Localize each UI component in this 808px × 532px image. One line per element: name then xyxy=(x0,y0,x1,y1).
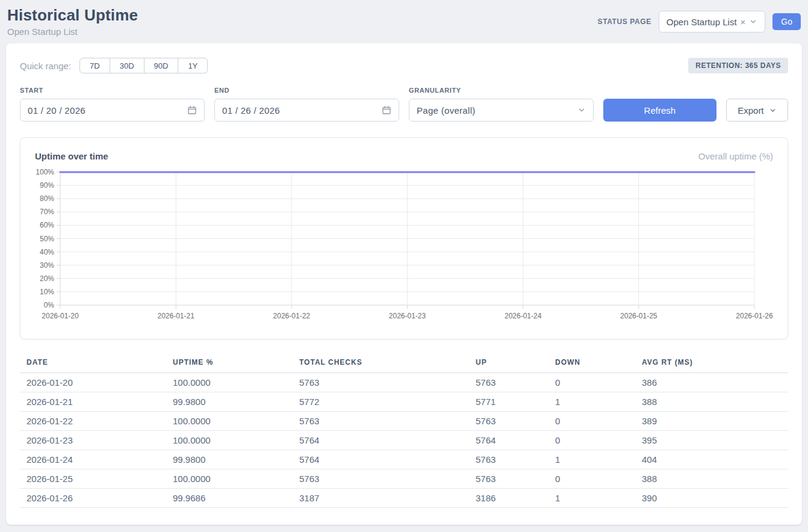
svg-text:20%: 20% xyxy=(40,274,54,283)
table-cell: 5763 xyxy=(469,373,549,392)
column-header: UPTIME % xyxy=(166,354,293,373)
quick-range-group: 7D30D90D1Y xyxy=(79,58,208,73)
column-header: UP xyxy=(469,354,549,373)
table-cell: 100.0000 xyxy=(166,469,293,489)
table-cell: 386 xyxy=(635,373,788,392)
table-cell: 99.9686 xyxy=(166,489,293,508)
column-header: DATE xyxy=(20,354,166,373)
svg-text:30%: 30% xyxy=(40,261,54,270)
svg-text:2026-01-22: 2026-01-22 xyxy=(273,312,311,320)
granularity-field: GRANULARITY Page (overall) xyxy=(409,87,594,122)
svg-text:0%: 0% xyxy=(44,301,55,309)
table-cell: 389 xyxy=(635,412,788,431)
table-cell: 395 xyxy=(635,431,788,450)
table-cell: 1 xyxy=(549,450,635,469)
refresh-button[interactable]: Refresh xyxy=(603,99,716,122)
table-cell: 388 xyxy=(635,392,788,412)
table-cell: 1 xyxy=(549,489,635,508)
historical-uptime-page: Historical Uptime Open Startup List STAT… xyxy=(0,0,808,532)
table-body: 2026-01-20100.00005763576303862026-01-21… xyxy=(20,373,788,508)
start-date-value: 01 / 20 / 2026 xyxy=(28,105,187,116)
table-cell: 3187 xyxy=(293,489,469,508)
end-date-input[interactable]: 01 / 26 / 2026 xyxy=(214,99,399,122)
column-header: DOWN xyxy=(549,354,635,373)
page-title: Historical Uptime xyxy=(7,6,138,25)
svg-text:2026-01-20: 2026-01-20 xyxy=(42,312,79,320)
uptime-table: DATEUPTIME %TOTAL CHECKSUPDOWNAVG RT (MS… xyxy=(20,354,788,508)
end-date-value: 01 / 26 / 2026 xyxy=(222,105,382,116)
svg-text:90%: 90% xyxy=(40,181,54,190)
table-cell: 100.0000 xyxy=(166,431,293,450)
table-cell: 2026-01-20 xyxy=(20,373,166,392)
svg-text:2026-01-25: 2026-01-25 xyxy=(620,312,657,320)
calendar-icon[interactable] xyxy=(382,105,391,115)
chart-legend: Overall uptime (%) xyxy=(698,151,773,161)
export-button[interactable]: Export xyxy=(726,99,788,122)
table-cell: 5764 xyxy=(293,431,469,450)
chevron-down-icon xyxy=(769,107,777,114)
svg-text:2026-01-24: 2026-01-24 xyxy=(505,312,542,320)
retention-badge: RETENTION: 365 DAYS xyxy=(688,58,788,73)
header-actions: STATUS PAGE Open Startup List × Go xyxy=(598,11,801,32)
table-cell: 0 xyxy=(549,412,635,431)
status-page-select-value: Open Startup List xyxy=(667,17,737,27)
table-row: 2026-01-23100.0000576457640395 xyxy=(20,431,788,450)
go-button[interactable]: Go xyxy=(772,13,801,30)
table-row: 2026-01-20100.0000576357630386 xyxy=(20,373,788,392)
column-header: TOTAL CHECKS xyxy=(293,354,469,373)
table-cell: 99.9800 xyxy=(166,450,293,469)
table-row: 2026-01-22100.0000576357630389 xyxy=(20,412,788,431)
chart-header: Uptime over time Overall uptime (%) xyxy=(20,151,788,161)
table-cell: 5763 xyxy=(469,469,549,489)
table-cell: 1 xyxy=(549,392,635,412)
table-header-row: DATEUPTIME %TOTAL CHECKSUPDOWNAVG RT (MS… xyxy=(20,354,788,373)
table-cell: 388 xyxy=(635,469,788,489)
start-date-input[interactable]: 01 / 20 / 2026 xyxy=(20,99,205,122)
granularity-select[interactable]: Page (overall) xyxy=(409,99,594,122)
quick-range-label: Quick range: xyxy=(20,61,71,71)
start-date-label: START xyxy=(20,87,205,94)
table-cell: 2026-01-21 xyxy=(20,392,166,412)
table-cell: 3186 xyxy=(469,489,549,508)
title-block: Historical Uptime Open Startup List xyxy=(7,6,138,37)
chevron-down-icon xyxy=(577,106,586,114)
table-row: 2026-01-2499.9800576457631404 xyxy=(20,450,788,469)
svg-text:50%: 50% xyxy=(40,235,54,243)
page-header: Historical Uptime Open Startup List STAT… xyxy=(0,0,808,37)
clear-selection-icon[interactable]: × xyxy=(741,17,746,27)
svg-text:10%: 10% xyxy=(40,288,54,296)
main-panel: Quick range: 7D30D90D1Y RETENTION: 365 D… xyxy=(6,43,802,525)
svg-text:60%: 60% xyxy=(40,221,54,229)
start-date-field: START 01 / 20 / 2026 xyxy=(20,87,205,122)
quick-range-row: Quick range: 7D30D90D1Y RETENTION: 365 D… xyxy=(20,58,788,73)
granularity-label: GRANULARITY xyxy=(409,87,594,94)
quick-range-1y[interactable]: 1Y xyxy=(178,58,208,73)
status-page-select[interactable]: Open Startup List × xyxy=(659,11,766,32)
uptime-chart-card: Uptime over time Overall uptime (%) 0%10… xyxy=(20,137,788,339)
table-cell: 99.9800 xyxy=(166,392,293,412)
table-cell: 0 xyxy=(549,373,635,392)
svg-text:80%: 80% xyxy=(40,194,54,203)
table-cell: 5763 xyxy=(293,412,469,431)
table-cell: 0 xyxy=(549,469,635,489)
column-header: AVG RT (MS) xyxy=(635,354,788,373)
controls-row: START 01 / 20 / 2026 END 01 / 26 / 2026 … xyxy=(20,87,788,122)
table-cell: 2026-01-25 xyxy=(20,469,166,489)
quick-range-7d[interactable]: 7D xyxy=(79,58,110,73)
chart-canvas: 0%10%20%30%40%50%60%70%80%90%100%2026-01… xyxy=(24,166,774,324)
quick-range-90d[interactable]: 90D xyxy=(145,58,179,73)
svg-text:40%: 40% xyxy=(40,248,54,256)
table-cell: 5771 xyxy=(469,392,549,412)
calendar-icon[interactable] xyxy=(187,105,197,115)
table-cell: 390 xyxy=(635,489,788,508)
table-cell: 5763 xyxy=(469,412,549,431)
quick-range-30d[interactable]: 30D xyxy=(110,58,145,73)
table-cell: 100.0000 xyxy=(166,412,293,431)
table-cell: 404 xyxy=(635,450,788,469)
svg-text:2026-01-21: 2026-01-21 xyxy=(158,312,195,320)
table-row: 2026-01-25100.0000576357630388 xyxy=(20,469,788,489)
table-cell: 100.0000 xyxy=(166,373,293,392)
chart-title: Uptime over time xyxy=(35,151,108,161)
end-date-field: END 01 / 26 / 2026 xyxy=(214,87,399,122)
table-cell: 5764 xyxy=(293,450,469,469)
